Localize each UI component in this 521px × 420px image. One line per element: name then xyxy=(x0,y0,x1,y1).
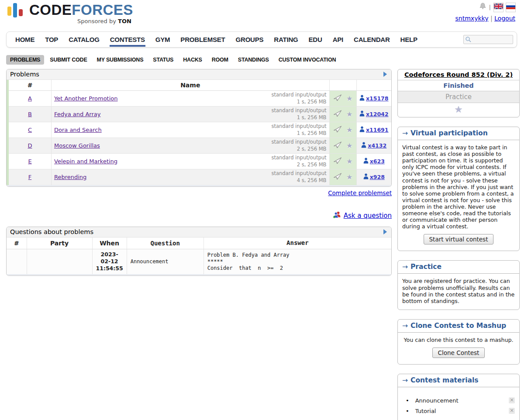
subnav-item-status[interactable]: STATUS xyxy=(149,55,177,65)
problem-io-limits: standard input/output1 s, 256 MB xyxy=(271,107,326,121)
favorite-star-icon[interactable]: ★ xyxy=(346,173,352,181)
practice-box: →Practice You are registered for practic… xyxy=(397,260,520,310)
submit-paper-plane-icon[interactable] xyxy=(333,141,342,150)
nav-item-problemset[interactable]: PROBLEMSET xyxy=(175,32,230,47)
favorite-star-icon[interactable]: ★ xyxy=(346,141,352,150)
problem-io-limits: standard input/output2 s, 256 MB xyxy=(271,155,326,168)
clone-contest-button[interactable]: Clone Contest xyxy=(432,348,485,358)
submit-paper-plane-icon[interactable] xyxy=(333,110,342,118)
problems-title: Problems xyxy=(10,71,39,78)
q-col-answer: Answer xyxy=(204,238,391,249)
virtual-participation-text: Virtual contest is a way to take part in… xyxy=(402,144,514,230)
nav-items: HOMETOPCATALOGCONTESTSGYMPROBLEMSETGROUP… xyxy=(10,32,423,47)
contest-title-link[interactable]: Codeforces Round 852 (Div. 2) xyxy=(404,71,513,78)
search-icon xyxy=(465,36,472,44)
nav-item-gym[interactable]: GYM xyxy=(150,32,176,47)
nav-item-rating[interactable]: RATING xyxy=(269,32,303,47)
nav-item-groups[interactable]: GROUPS xyxy=(231,32,269,47)
solved-count-link[interactable]: x4132 xyxy=(361,142,386,149)
search-box xyxy=(463,35,513,44)
caption-arrow-icon: → xyxy=(402,129,408,137)
submit-paper-plane-icon[interactable] xyxy=(333,173,342,181)
virtual-participation-title: Virtual participation xyxy=(411,129,488,137)
nav-item-home[interactable]: HOME xyxy=(10,32,40,47)
subnav-item-room[interactable]: ROOM xyxy=(208,55,232,65)
q-col-index: # xyxy=(7,238,27,249)
person-icon xyxy=(359,126,365,134)
solved-count-link[interactable]: x12042 xyxy=(359,110,389,118)
problem-name-link[interactable]: Dora and Search xyxy=(54,127,102,133)
collapse-arrow-icon[interactable] xyxy=(383,229,387,234)
russian-flag-icon[interactable] xyxy=(506,3,515,12)
nav-item-help[interactable]: HELP xyxy=(395,32,423,47)
favorite-star-icon[interactable]: ★ xyxy=(346,94,352,103)
solved-count-link[interactable]: x928 xyxy=(363,173,385,181)
problem-name-link[interactable]: Yet Another Promotion xyxy=(54,95,117,102)
subnav-item-hacks[interactable]: HACKS xyxy=(179,55,206,65)
nav-item-api[interactable]: API xyxy=(328,32,348,47)
problem-io-limits: standard input/output4 s, 256 MB xyxy=(271,170,326,184)
nav-item-contests[interactable]: CONTESTS xyxy=(105,32,150,47)
solved-count-link[interactable]: x15178 xyxy=(359,95,389,102)
close-icon[interactable]: × xyxy=(509,408,515,414)
header-separator: | xyxy=(489,3,491,12)
english-flag-icon[interactable] xyxy=(494,3,503,12)
ask-question-icon xyxy=(333,211,341,220)
subnav-item-problems[interactable]: PROBLEMS xyxy=(6,55,44,65)
header-right: | sntmxykky | Logout xyxy=(455,3,517,23)
contest-materials-box: →Contest materials Announcement × Tutori… xyxy=(397,374,520,420)
material-link[interactable]: Tutorial xyxy=(415,408,509,414)
contest-materials-title: Contest materials xyxy=(411,376,479,384)
collapse-arrow-icon[interactable] xyxy=(383,72,387,77)
q-col-question: Question xyxy=(127,238,204,249)
problem-index-link[interactable]: C xyxy=(28,127,32,133)
solved-count-link[interactable]: x11691 xyxy=(359,126,389,134)
main-nav: HOMETOPCATALOGCONTESTSGYMPROBLEMSETGROUP… xyxy=(6,31,517,48)
complete-problemset-link[interactable]: Complete problemset xyxy=(328,189,392,196)
solved-count-link[interactable]: x623 xyxy=(363,158,385,165)
logout-link[interactable]: Logout xyxy=(494,15,515,22)
problem-index-link[interactable]: B xyxy=(28,111,32,117)
close-icon[interactable]: × xyxy=(509,397,515,403)
table-footer xyxy=(7,274,391,275)
nav-item-calendar[interactable]: CALENDAR xyxy=(348,32,395,47)
question-type: Announcement xyxy=(127,249,204,274)
start-virtual-contest-button[interactable]: Start virtual contest xyxy=(424,234,494,244)
problem-name-link[interactable]: Moscow Gorillas xyxy=(54,142,100,149)
subnav-item-custom-invocation[interactable]: CUSTOM INVOCATION xyxy=(275,55,340,65)
subnav-item-my-submissions[interactable]: MY SUBMISSIONS xyxy=(93,55,148,65)
favorite-star-icon[interactable]: ★ xyxy=(346,110,352,118)
clone-mashup-text: You can clone this contest to a mashup. xyxy=(404,337,514,343)
problem-index-link[interactable]: D xyxy=(28,142,32,149)
nav-item-top[interactable]: TOP xyxy=(40,32,63,47)
username-link[interactable]: sntmxykky xyxy=(455,15,489,22)
codeforces-logo[interactable]: CODEFORCES Sponsored by TON xyxy=(7,3,133,24)
header: CODEFORCES Sponsored by TON | xyxy=(6,0,517,31)
material-link[interactable]: Announcement xyxy=(415,397,509,404)
favorite-star-icon[interactable]: ★ xyxy=(346,157,352,165)
nav-item-edu[interactable]: EDU xyxy=(304,32,328,47)
content-column: Problems # Name A Yet Anoth xyxy=(6,69,392,276)
subnav-item-standings[interactable]: STANDINGS xyxy=(234,55,273,65)
logo-bars-icon xyxy=(7,3,25,23)
favorite-star-icon[interactable]: ★ xyxy=(346,126,352,134)
ask-question-link[interactable]: Ask a question xyxy=(344,212,392,220)
material-item: Tutorial × xyxy=(406,408,515,414)
submit-paper-plane-icon[interactable] xyxy=(333,157,342,165)
problem-row: A Yet Another Promotion standard input/o… xyxy=(8,91,392,107)
problem-index-link[interactable]: A xyxy=(28,95,32,102)
problem-name-link[interactable]: Fedya and Array xyxy=(54,111,100,117)
contest-status: Finished xyxy=(398,80,519,91)
favorite-star-icon[interactable]: ★ xyxy=(455,104,463,115)
problem-name-link[interactable]: Rebrending xyxy=(54,174,86,180)
nav-item-catalog[interactable]: CATALOG xyxy=(63,32,105,47)
subnav-item-submit-code[interactable]: SUBMIT CODE xyxy=(46,55,91,65)
page: CODEFORCES Sponsored by TON | xyxy=(0,0,521,420)
problem-index-link[interactable]: E xyxy=(28,158,31,165)
submit-paper-plane-icon[interactable] xyxy=(333,94,342,103)
problem-index-link[interactable]: F xyxy=(28,174,31,180)
bell-icon[interactable] xyxy=(480,3,486,12)
submit-paper-plane-icon[interactable] xyxy=(333,126,342,134)
problem-row: B Fedya and Array standard input/output1… xyxy=(8,107,392,122)
problem-name-link[interactable]: Velepin and Marketing xyxy=(54,158,117,165)
